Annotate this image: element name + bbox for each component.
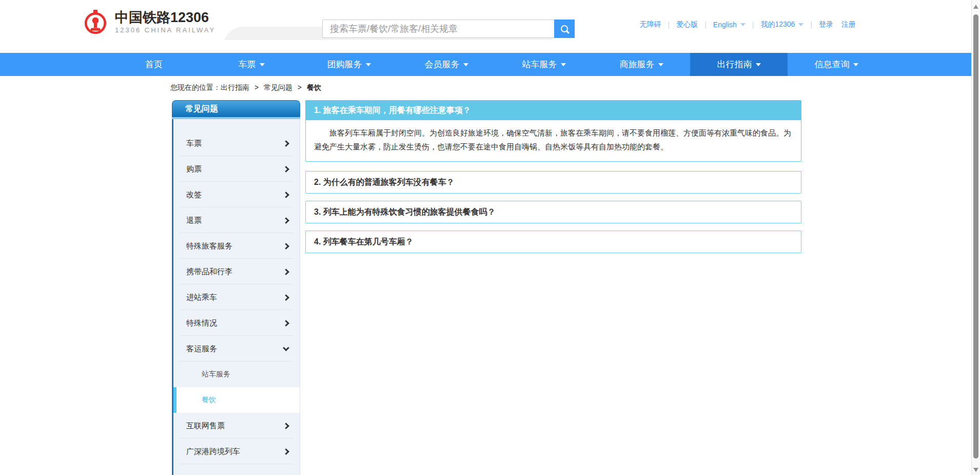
my-12306-label: 我的12306 [760,20,795,29]
railway-logo-icon [82,8,109,35]
nav-item-travel-guide[interactable]: 出行指南 [690,53,788,76]
chevron-down-icon [463,63,468,66]
login-link[interactable]: 登录 [819,20,833,29]
chevron-right-icon [283,166,289,173]
breadcrumb-separator: > [254,83,259,91]
nav-label: 首页 [145,59,163,70]
sidebar-item-passenger-service[interactable]: 客运服务 [173,336,300,362]
nav-label: 车票 [239,59,256,70]
sidebar: 常见问题 车票 购票 改签 退票 特殊旅客服务 [172,100,300,475]
main-nav: 首页 车票 团购服务 会员服务 站车服务 商旅服务 [0,53,971,76]
sidebar-title: 常见问题 [172,100,300,117]
sidebar-item-label: 特殊情况 [186,318,217,328]
vertical-scrollbar[interactable] [971,0,980,475]
nav-label: 信息查询 [815,59,850,70]
faq-item-2: 2. 为什么有的普通旅客列车没有餐车？ [305,171,801,194]
register-link[interactable]: 注册 [841,20,856,29]
nav-label: 团购服务 [327,59,362,70]
sidebar-item-label: 餐饮 [202,395,216,405]
scrollbar-thumb[interactable] [973,14,978,459]
faq-content: 1. 旅客在乘车期间，用餐有哪些注意事项？ 旅客列车车厢属于封闭空间。为创造良好… [305,100,801,260]
accessibility-link[interactable]: 无障碍 [640,20,661,29]
sidebar-subitem-station-train-service[interactable]: 站车服务 [173,362,300,387]
chevron-down-icon [853,63,858,66]
sidebar-item-label: 特殊旅客服务 [186,241,232,251]
chevron-down-icon [561,63,566,66]
link-separator: | [704,21,707,29]
nav-item-tickets[interactable]: 车票 [203,53,300,76]
chevron-down-icon [740,23,746,26]
sidebar-item-label: 携带品和行李 [186,267,232,277]
faq-question-1[interactable]: 1. 旅客在乘车期间，用餐有哪些注意事项？ [306,101,801,120]
faq-item-1: 1. 旅客在乘车期间，用餐有哪些注意事项？ 旅客列车车厢属于封闭空间。为创造良好… [305,100,801,162]
page: 中国铁路12306 12306 CHINA RAILWAY 无障碍 | 爱心版 … [0,0,980,475]
search-bar [322,20,575,38]
sidebar-item-label: 改签 [186,190,202,200]
nav-item-member-service[interactable]: 会员服务 [398,53,495,76]
faq-question-4[interactable]: 4. 列车餐车在第几号车厢？ [306,231,801,253]
chevron-right-icon [283,448,289,455]
chevron-right-icon [283,294,289,301]
nav-item-info-query[interactable]: 信息查询 [788,53,885,76]
chevron-down-icon [260,63,265,66]
logo-subtitle: 12306 CHINA RAILWAY [115,26,215,34]
search-button[interactable] [554,20,575,38]
faq-item-4: 4. 列车餐车在第几号车厢？ [305,231,801,253]
nav-label: 商旅服务 [620,59,655,70]
nav-label: 站车服务 [522,59,557,70]
link-separator: | [668,21,670,29]
sidebar-item-special-passenger-service[interactable]: 特殊旅客服务 [173,233,300,259]
breadcrumb: 您现在的位置：出行指南 > 常见问题 > 餐饮 [170,83,321,92]
top-header: 中国铁路12306 12306 CHINA RAILWAY 无障碍 | 爱心版 … [0,0,971,53]
scroll-up-arrow-icon[interactable] [973,5,978,9]
sidebar-item-buy-tickets[interactable]: 购票 [173,156,300,182]
faq-answer-1: 旅客列车车厢属于封闭空间。为创造良好旅途环境，确保空气清新，旅客在乘车期间，请不… [306,120,801,161]
nav-item-station-train-service[interactable]: 站车服务 [495,53,593,76]
chevron-down-icon [658,63,663,66]
search-input[interactable] [322,20,554,38]
nav-item-home[interactable]: 首页 [105,53,203,76]
sidebar-item-label: 客运服务 [186,344,217,354]
sidebar-item-refund[interactable]: 退票 [173,207,300,233]
breadcrumb-prefix: 您现在的位置： [170,83,221,91]
sidebar-item-gz-sz-hk-cross-border[interactable]: 广深港跨境列车 [173,439,300,464]
nav-item-business-travel-service[interactable]: 商旅服务 [593,53,690,76]
sidebar-item-rebooking[interactable]: 改签 [173,182,300,207]
scroll-down-arrow-icon[interactable] [973,468,978,472]
logo-title: 中国铁路12306 [115,10,215,25]
chevron-right-icon [283,192,289,198]
chevron-down-icon [283,345,289,351]
nav-label: 会员服务 [425,59,460,70]
chevron-right-icon [283,423,289,429]
chevron-right-icon [283,217,289,224]
nav-items: 首页 车票 团购服务 会员服务 站车服务 商旅服务 [105,53,885,76]
sidebar-item-label: 购票 [186,164,202,174]
sidebar-item-label: 进站乘车 [186,293,217,302]
link-separator: | [810,21,812,29]
english-dropdown[interactable]: English [713,21,746,29]
search-icon [561,25,568,32]
breadcrumb-travel-guide[interactable]: 出行指南 [221,83,249,91]
breadcrumb-current-dining: 餐饮 [307,83,321,91]
nav-item-group-service[interactable]: 团购服务 [300,53,398,76]
care-version-link[interactable]: 爱心版 [676,20,698,29]
my-12306-dropdown[interactable]: 我的12306 [760,20,803,29]
sidebar-item-station-boarding[interactable]: 进站乘车 [173,284,300,310]
chevron-right-icon [283,269,289,275]
sidebar-item-carry-on-luggage[interactable]: 携带品和行李 [173,259,300,284]
faq-question-3[interactable]: 3. 列车上能为有特殊饮食习惯的旅客提供餐食吗？ [306,201,801,223]
sidebar-item-label: 车票 [186,139,202,148]
logo[interactable]: 中国铁路12306 12306 CHINA RAILWAY [82,8,215,35]
sidebar-item-tickets[interactable]: 车票 [173,130,300,156]
sidebar-item-special-situations[interactable]: 特殊情况 [173,310,300,336]
chevron-down-icon [756,63,761,66]
faq-question-2[interactable]: 2. 为什么有的普通旅客列车没有餐车？ [306,172,801,193]
chevron-down-icon [798,23,803,26]
english-label: English [713,21,737,29]
breadcrumb-common-questions[interactable]: 常见问题 [264,83,292,91]
chevron-right-icon [283,140,289,147]
sidebar-item-internet-ticketing[interactable]: 互联网售票 [173,413,300,439]
sidebar-item-label: 退票 [186,216,202,225]
chevron-right-icon [283,243,289,250]
sidebar-subitem-dining-active[interactable]: 餐饮 [173,387,300,413]
